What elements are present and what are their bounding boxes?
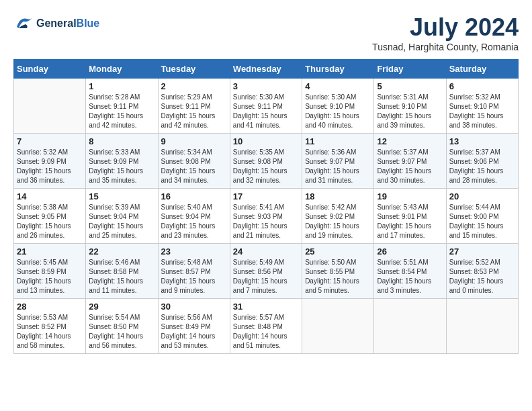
day-info: Sunrise: 5:33 AM Sunset: 9:09 PM Dayligh… bbox=[89, 148, 154, 185]
day-info: Sunrise: 5:43 AM Sunset: 9:01 PM Dayligh… bbox=[377, 203, 443, 240]
calendar-cell: 8Sunrise: 5:33 AM Sunset: 9:09 PM Daylig… bbox=[86, 134, 158, 189]
day-info: Sunrise: 5:42 AM Sunset: 9:02 PM Dayligh… bbox=[305, 203, 371, 240]
calendar-cell: 31Sunrise: 5:57 AM Sunset: 8:48 PM Dayli… bbox=[230, 299, 302, 354]
calendar-week-row: 14Sunrise: 5:38 AM Sunset: 9:05 PM Dayli… bbox=[14, 189, 519, 244]
calendar-week-row: 28Sunrise: 5:53 AM Sunset: 8:52 PM Dayli… bbox=[14, 299, 519, 354]
calendar-cell: 14Sunrise: 5:38 AM Sunset: 9:05 PM Dayli… bbox=[14, 189, 86, 244]
day-info: Sunrise: 5:52 AM Sunset: 8:53 PM Dayligh… bbox=[449, 258, 515, 295]
logo-icon bbox=[13, 13, 34, 34]
calendar-cell: 7Sunrise: 5:32 AM Sunset: 9:09 PM Daylig… bbox=[14, 134, 86, 189]
day-info: Sunrise: 5:53 AM Sunset: 8:52 PM Dayligh… bbox=[17, 313, 83, 351]
calendar-cell: 4Sunrise: 5:30 AM Sunset: 9:10 PM Daylig… bbox=[302, 79, 374, 134]
day-info: Sunrise: 5:38 AM Sunset: 9:05 PM Dayligh… bbox=[17, 203, 83, 240]
day-info: Sunrise: 5:31 AM Sunset: 9:10 PM Dayligh… bbox=[377, 93, 443, 130]
day-info: Sunrise: 5:56 AM Sunset: 8:49 PM Dayligh… bbox=[161, 313, 227, 351]
day-info: Sunrise: 5:34 AM Sunset: 9:08 PM Dayligh… bbox=[161, 148, 227, 185]
day-number: 21 bbox=[17, 246, 83, 257]
day-number: 30 bbox=[161, 302, 227, 312]
day-number: 12 bbox=[377, 136, 443, 146]
day-number: 6 bbox=[449, 81, 515, 91]
day-info: Sunrise: 5:50 AM Sunset: 8:55 PM Dayligh… bbox=[305, 258, 371, 295]
day-info: Sunrise: 5:48 AM Sunset: 8:57 PM Dayligh… bbox=[161, 258, 227, 295]
calendar-cell bbox=[14, 79, 86, 134]
day-number: 29 bbox=[89, 302, 154, 312]
calendar-cell: 29Sunrise: 5:54 AM Sunset: 8:50 PM Dayli… bbox=[86, 299, 158, 354]
calendar-cell bbox=[374, 299, 446, 354]
day-info: Sunrise: 5:54 AM Sunset: 8:50 PM Dayligh… bbox=[89, 313, 154, 351]
calendar-cell: 17Sunrise: 5:41 AM Sunset: 9:03 PM Dayli… bbox=[230, 189, 302, 244]
day-info: Sunrise: 5:41 AM Sunset: 9:03 PM Dayligh… bbox=[233, 203, 299, 240]
day-number: 1 bbox=[89, 81, 154, 91]
day-number: 8 bbox=[89, 136, 154, 146]
logo: GeneralBlue bbox=[13, 13, 99, 34]
day-info: Sunrise: 5:35 AM Sunset: 9:08 PM Dayligh… bbox=[233, 148, 299, 185]
calendar-cell: 21Sunrise: 5:45 AM Sunset: 8:59 PM Dayli… bbox=[14, 244, 86, 299]
day-number: 7 bbox=[17, 136, 83, 146]
calendar-cell: 28Sunrise: 5:53 AM Sunset: 8:52 PM Dayli… bbox=[14, 299, 86, 354]
day-number: 13 bbox=[449, 136, 515, 146]
day-info: Sunrise: 5:44 AM Sunset: 9:00 PM Dayligh… bbox=[449, 203, 515, 240]
day-number: 19 bbox=[377, 191, 443, 201]
day-info: Sunrise: 5:29 AM Sunset: 9:11 PM Dayligh… bbox=[161, 93, 227, 130]
day-number: 15 bbox=[89, 191, 154, 201]
page-header: GeneralBlue July 2024 Tusnad, Harghita C… bbox=[13, 13, 519, 52]
day-info: Sunrise: 5:49 AM Sunset: 8:56 PM Dayligh… bbox=[233, 258, 299, 295]
location-subtitle: Tusnad, Harghita County, Romania bbox=[372, 42, 519, 52]
calendar-cell: 2Sunrise: 5:29 AM Sunset: 9:11 PM Daylig… bbox=[158, 79, 230, 134]
calendar-cell: 13Sunrise: 5:37 AM Sunset: 9:06 PM Dayli… bbox=[446, 134, 518, 189]
calendar-cell: 6Sunrise: 5:32 AM Sunset: 9:10 PM Daylig… bbox=[446, 79, 518, 134]
day-info: Sunrise: 5:51 AM Sunset: 8:54 PM Dayligh… bbox=[377, 258, 443, 295]
day-number: 11 bbox=[305, 136, 371, 146]
calendar-cell: 18Sunrise: 5:42 AM Sunset: 9:02 PM Dayli… bbox=[302, 189, 374, 244]
calendar-cell: 24Sunrise: 5:49 AM Sunset: 8:56 PM Dayli… bbox=[230, 244, 302, 299]
calendar-cell: 27Sunrise: 5:52 AM Sunset: 8:53 PM Dayli… bbox=[446, 244, 518, 299]
weekday-header: Saturday bbox=[446, 60, 518, 79]
day-number: 4 bbox=[305, 81, 371, 91]
title-block: July 2024 Tusnad, Harghita County, Roman… bbox=[372, 13, 519, 52]
day-info: Sunrise: 5:32 AM Sunset: 9:10 PM Dayligh… bbox=[449, 93, 515, 130]
calendar-cell: 16Sunrise: 5:40 AM Sunset: 9:04 PM Dayli… bbox=[158, 189, 230, 244]
calendar-cell: 3Sunrise: 5:30 AM Sunset: 9:11 PM Daylig… bbox=[230, 79, 302, 134]
day-number: 17 bbox=[233, 191, 299, 201]
calendar-week-row: 21Sunrise: 5:45 AM Sunset: 8:59 PM Dayli… bbox=[14, 244, 519, 299]
day-info: Sunrise: 5:30 AM Sunset: 9:11 PM Dayligh… bbox=[233, 93, 299, 130]
logo-text: GeneralBlue bbox=[36, 17, 99, 30]
weekday-header: Wednesday bbox=[230, 60, 302, 79]
day-info: Sunrise: 5:36 AM Sunset: 9:07 PM Dayligh… bbox=[305, 148, 371, 185]
day-info: Sunrise: 5:32 AM Sunset: 9:09 PM Dayligh… bbox=[17, 148, 83, 185]
calendar-cell: 1Sunrise: 5:28 AM Sunset: 9:11 PM Daylig… bbox=[86, 79, 158, 134]
day-number: 28 bbox=[17, 302, 83, 312]
calendar-cell: 26Sunrise: 5:51 AM Sunset: 8:54 PM Dayli… bbox=[374, 244, 446, 299]
calendar-cell bbox=[302, 299, 374, 354]
calendar-cell: 25Sunrise: 5:50 AM Sunset: 8:55 PM Dayli… bbox=[302, 244, 374, 299]
day-number: 5 bbox=[377, 81, 443, 91]
calendar-week-row: 1Sunrise: 5:28 AM Sunset: 9:11 PM Daylig… bbox=[14, 79, 519, 134]
day-info: Sunrise: 5:37 AM Sunset: 9:06 PM Dayligh… bbox=[449, 148, 515, 185]
calendar-cell: 15Sunrise: 5:39 AM Sunset: 9:04 PM Dayli… bbox=[86, 189, 158, 244]
month-year-title: July 2024 bbox=[372, 13, 519, 42]
day-number: 27 bbox=[449, 246, 515, 257]
day-info: Sunrise: 5:37 AM Sunset: 9:07 PM Dayligh… bbox=[377, 148, 443, 185]
day-number: 18 bbox=[305, 191, 371, 201]
calendar-cell: 22Sunrise: 5:46 AM Sunset: 8:58 PM Dayli… bbox=[86, 244, 158, 299]
calendar-cell: 5Sunrise: 5:31 AM Sunset: 9:10 PM Daylig… bbox=[374, 79, 446, 134]
calendar-cell: 23Sunrise: 5:48 AM Sunset: 8:57 PM Dayli… bbox=[158, 244, 230, 299]
day-info: Sunrise: 5:28 AM Sunset: 9:11 PM Dayligh… bbox=[89, 93, 154, 130]
weekday-header: Monday bbox=[86, 60, 158, 79]
day-number: 9 bbox=[161, 136, 227, 146]
calendar-cell bbox=[446, 299, 518, 354]
weekday-header: Friday bbox=[374, 60, 446, 79]
calendar-cell: 10Sunrise: 5:35 AM Sunset: 9:08 PM Dayli… bbox=[230, 134, 302, 189]
day-number: 25 bbox=[305, 246, 371, 257]
day-number: 31 bbox=[233, 302, 299, 312]
calendar-cell: 30Sunrise: 5:56 AM Sunset: 8:49 PM Dayli… bbox=[158, 299, 230, 354]
day-number: 16 bbox=[161, 191, 227, 201]
day-number: 3 bbox=[233, 81, 299, 91]
day-number: 22 bbox=[89, 246, 154, 257]
day-number: 20 bbox=[449, 191, 515, 201]
day-number: 23 bbox=[161, 246, 227, 257]
calendar-header: SundayMondayTuesdayWednesdayThursdayFrid… bbox=[14, 60, 519, 79]
day-number: 26 bbox=[377, 246, 443, 257]
calendar-cell: 20Sunrise: 5:44 AM Sunset: 9:00 PM Dayli… bbox=[446, 189, 518, 244]
weekday-header: Tuesday bbox=[158, 60, 230, 79]
